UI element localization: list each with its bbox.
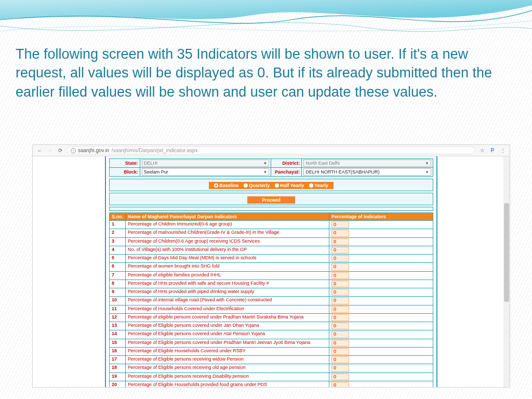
table-row: 4No. of Village(s) with 100% institution… bbox=[110, 246, 433, 254]
percentage-input[interactable]: 0 bbox=[331, 297, 349, 304]
percentage-input[interactable]: 0 bbox=[331, 365, 349, 371]
period-yearly-label: Yearly bbox=[314, 183, 328, 188]
row-percentage-cell: 0 bbox=[329, 381, 433, 387]
row-indicator-name: Percentage of Eligible persons receiving… bbox=[126, 364, 329, 373]
period-yearly[interactable]: Yearly bbox=[309, 183, 328, 188]
percentage-input[interactable]: 0 bbox=[331, 340, 349, 347]
table-row: 19Percentage of Eligible persons receivi… bbox=[110, 373, 433, 381]
row-sno: 5 bbox=[110, 255, 126, 263]
district-label: District: bbox=[271, 159, 302, 168]
percentage-input[interactable]: 0 bbox=[331, 382, 349, 387]
radio-icon bbox=[309, 183, 313, 188]
col-sno: S.no. bbox=[110, 213, 126, 221]
row-indicator-name: Percentage of Children Immunized(0-6 age… bbox=[126, 221, 329, 229]
extension-p-icon[interactable]: P bbox=[489, 148, 496, 153]
url-path: /saanjhimis/Darpan/pd_indicator.aspx bbox=[111, 148, 197, 153]
period-half-yearly-label: Half Yearly bbox=[280, 183, 304, 188]
row-sno: 9 bbox=[110, 288, 126, 297]
table-row: 2Percentage of malnourished Children(Gra… bbox=[110, 229, 433, 237]
spacer-row bbox=[109, 207, 433, 211]
row-sno: 7 bbox=[110, 271, 126, 280]
radio-icon bbox=[214, 183, 218, 188]
state-select[interactable]: DELHI ▼ bbox=[142, 159, 270, 167]
percentage-input[interactable]: 0 bbox=[331, 374, 349, 380]
row-percentage-cell: 0 bbox=[329, 221, 433, 229]
row-indicator-name: No. of Village(s) with 100% institutiona… bbox=[126, 246, 329, 254]
row-sno: 15 bbox=[110, 339, 126, 347]
table-row: 9Percentage of HHs provided with piped d… bbox=[110, 288, 433, 297]
row-percentage-cell: 0 bbox=[329, 322, 433, 330]
row-percentage-cell: 0 bbox=[329, 263, 433, 271]
percentage-input[interactable]: 0 bbox=[331, 289, 349, 296]
row-indicator-name: Percentage of Eligible persons covered u… bbox=[126, 330, 329, 339]
proceed-row: Proceed bbox=[109, 193, 433, 205]
col-percentage: Percentage of Indicators bbox=[329, 213, 433, 221]
period-quarterly[interactable]: Quarterly bbox=[244, 183, 270, 188]
percentage-input[interactable]: 0 bbox=[331, 221, 349, 228]
percentage-input[interactable]: 0 bbox=[331, 306, 349, 313]
bookmark-star-icon[interactable]: ☆ bbox=[478, 148, 486, 153]
row-sno: 13 bbox=[110, 322, 126, 330]
table-row: 20Percentage of Eligible Households prov… bbox=[110, 381, 433, 387]
row-sno: 1 bbox=[110, 221, 126, 229]
row-percentage-cell: 0 bbox=[329, 255, 433, 263]
row-percentage-cell: 0 bbox=[329, 246, 433, 254]
row-percentage-cell: 0 bbox=[329, 280, 433, 288]
site-info-icon[interactable]: i bbox=[71, 148, 76, 153]
percentage-input[interactable]: 0 bbox=[331, 348, 349, 355]
table-row: 10Percentage of internal village road (P… bbox=[110, 297, 433, 305]
row-indicator-name: Percentage of HHs provided with piped dr… bbox=[126, 288, 329, 297]
chevron-down-icon: ▼ bbox=[263, 161, 268, 166]
district-select[interactable]: North East Delhi ▼ bbox=[303, 159, 431, 167]
percentage-input[interactable]: 0 bbox=[331, 323, 349, 329]
period-baseline[interactable]: Baseline bbox=[214, 183, 238, 188]
proceed-button[interactable]: Proceed bbox=[247, 196, 295, 204]
row-indicator-name: Percentage of Days Mid Day Meal (MDM) is… bbox=[126, 255, 329, 263]
row-percentage-cell: 0 bbox=[329, 373, 433, 381]
address-bar[interactable]: i saanjhi.gov.in/saanjhimis/Darpan/pd_in… bbox=[67, 147, 475, 154]
percentage-input[interactable]: 0 bbox=[331, 230, 349, 236]
period-half-yearly[interactable]: Half Yearly bbox=[275, 183, 304, 188]
row-percentage-cell: 0 bbox=[329, 237, 433, 246]
chevron-down-icon: ▼ bbox=[263, 170, 268, 175]
panchayat-value: DELHI NORTH EAST(SABHAPUR) bbox=[305, 169, 379, 175]
row-sno: 14 bbox=[110, 330, 126, 339]
percentage-input[interactable]: 0 bbox=[331, 356, 349, 363]
row-percentage-cell: 0 bbox=[329, 313, 433, 322]
district-value: North East Delhi bbox=[305, 161, 340, 166]
row-sno: 16 bbox=[110, 347, 126, 355]
percentage-input[interactable]: 0 bbox=[331, 281, 349, 287]
forward-icon[interactable]: → bbox=[46, 148, 54, 153]
table-row: 7Percentage of eligible families provide… bbox=[110, 271, 433, 280]
row-indicator-name: Percentage of eligible families provided… bbox=[126, 271, 329, 280]
percentage-input[interactable]: 0 bbox=[331, 247, 349, 254]
back-icon[interactable]: ← bbox=[36, 148, 43, 153]
percentage-input[interactable]: 0 bbox=[331, 255, 349, 262]
filters-table: State: DELHI ▼ District: North East Delh… bbox=[109, 158, 433, 177]
row-sno: 4 bbox=[110, 246, 126, 254]
row-sno: 3 bbox=[110, 237, 126, 246]
scrollbar-thumb[interactable] bbox=[504, 203, 509, 302]
row-percentage-cell: 0 bbox=[329, 364, 433, 373]
percentage-input[interactable]: 0 bbox=[331, 314, 349, 321]
chevron-down-icon: ▼ bbox=[425, 161, 429, 166]
kebab-menu-icon[interactable]: ⋮ bbox=[499, 148, 507, 153]
row-sno: 10 bbox=[110, 297, 126, 305]
period-bar: Baseline Quarterly Half Yearly Yearly bbox=[109, 179, 433, 191]
panchayat-select[interactable]: DELHI NORTH EAST(SABHAPUR) ▼ bbox=[303, 168, 431, 176]
percentage-input[interactable]: 0 bbox=[331, 263, 349, 270]
panchayat-label: Panchayat: bbox=[271, 168, 302, 177]
block-select[interactable]: Seelam Pur ▼ bbox=[142, 168, 270, 176]
table-row: 18Percentage of Eligible persons receivi… bbox=[110, 364, 433, 373]
row-indicator-name: Percentage of malnourished Children(Grad… bbox=[126, 229, 329, 237]
row-sno: 12 bbox=[110, 313, 126, 322]
percentage-input[interactable]: 0 bbox=[331, 238, 349, 245]
url-host: saanjhi.gov.in bbox=[78, 148, 109, 153]
vertical-scrollbar[interactable] bbox=[503, 156, 510, 387]
table-row: 17Percentage of Eligible persons receivi… bbox=[110, 356, 433, 364]
reload-icon[interactable]: ⟳ bbox=[57, 148, 64, 153]
table-row: 11Percentage of Households Covered under… bbox=[110, 305, 433, 313]
percentage-input[interactable]: 0 bbox=[331, 272, 349, 279]
percentage-input[interactable]: 0 bbox=[331, 331, 349, 338]
table-row: 15Percentage of Eligible persons covered… bbox=[110, 339, 433, 347]
